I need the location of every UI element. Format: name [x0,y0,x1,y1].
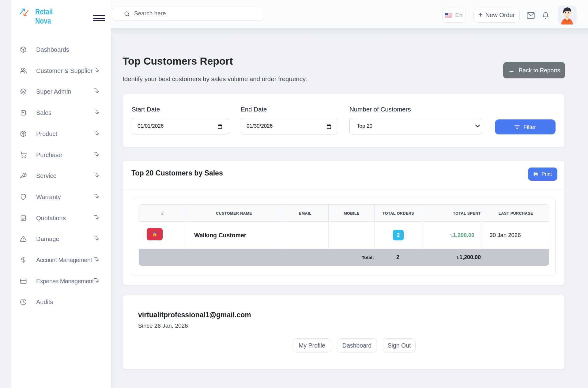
svg-text:1: 1 [154,234,155,236]
